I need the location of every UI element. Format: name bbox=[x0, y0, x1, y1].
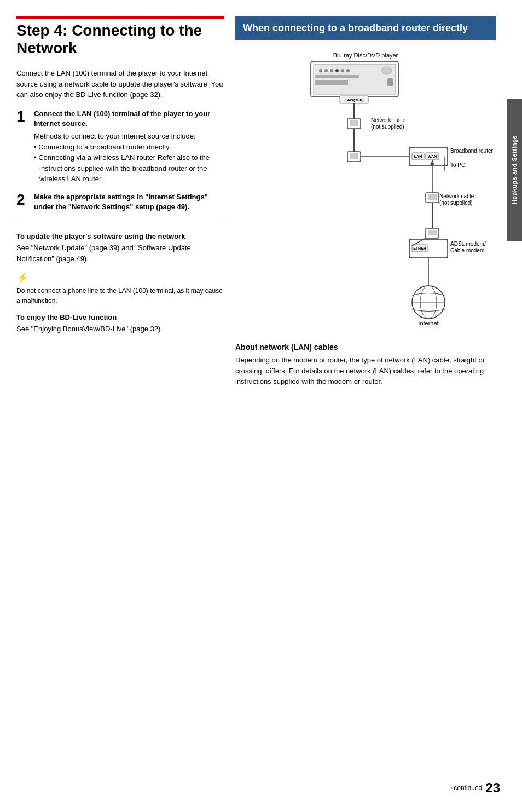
svg-text:(not supplied): (not supplied) bbox=[371, 124, 404, 130]
continued-arrow: →continued bbox=[447, 784, 482, 792]
intro-text: Connect the LAN (100) terminal of the pl… bbox=[16, 68, 224, 100]
svg-rect-12 bbox=[387, 78, 393, 86]
step-2-number: 2 bbox=[16, 192, 28, 214]
svg-text:ETHER: ETHER bbox=[413, 246, 426, 250]
right-header: When connecting to a broadband router di… bbox=[235, 16, 496, 40]
step-1-number: 1 bbox=[16, 109, 28, 185]
bdlive-text: See "Enjoying BonusView/BD-Live" (page 3… bbox=[16, 324, 224, 335]
step-1: 1 Connect the LAN (100) terminal of the … bbox=[16, 109, 224, 185]
step-2-content: Make the appropriate settings in "Intern… bbox=[34, 192, 224, 214]
page-container: Hookups and Settings Step 4: Connecting … bbox=[0, 0, 522, 812]
svg-text:Broadband router: Broadband router bbox=[450, 148, 494, 154]
step-1-title: Connect the LAN (100) terminal of the pl… bbox=[34, 109, 224, 129]
svg-text:ADSL modem/: ADSL modem/ bbox=[450, 241, 486, 247]
page-number-area: →continued 23 bbox=[447, 780, 500, 796]
svg-point-4 bbox=[324, 69, 328, 72]
network-diagram: Blu-ray Disc/DVD player bbox=[235, 48, 496, 332]
svg-rect-40 bbox=[428, 230, 437, 235]
svg-text:To PC: To PC bbox=[450, 162, 465, 168]
svg-point-7 bbox=[341, 69, 344, 72]
svg-rect-10 bbox=[315, 75, 359, 78]
svg-text:Internet: Internet bbox=[418, 320, 438, 326]
update-text: See "Network Update" (page 39) and "Soft… bbox=[16, 243, 224, 264]
bullet-2: Connecting via a wireless LAN router Ref… bbox=[34, 152, 224, 185]
step-2-title: Make the appropriate settings in "Intern… bbox=[34, 192, 224, 212]
right-column: When connecting to a broadband router di… bbox=[235, 16, 496, 779]
step-1-body: Methods to connect to your Internet sour… bbox=[34, 131, 224, 142]
svg-text:(not supplied): (not supplied) bbox=[439, 200, 473, 206]
main-content: Step 4: Connecting to the Network Connec… bbox=[0, 0, 507, 812]
svg-rect-11 bbox=[315, 80, 348, 85]
svg-rect-9 bbox=[382, 67, 392, 74]
svg-text:Blu-ray Disc/DVD player: Blu-ray Disc/DVD player bbox=[333, 52, 398, 59]
svg-text:LAN(100): LAN(100) bbox=[344, 97, 363, 102]
svg-point-3 bbox=[319, 69, 322, 72]
svg-point-6 bbox=[335, 69, 339, 72]
update-heading: To update the player's software using th… bbox=[16, 232, 224, 240]
svg-text:WAN: WAN bbox=[428, 154, 437, 158]
step-1-bullets: Connecting to a broadband router directl… bbox=[34, 142, 224, 185]
step-2: 2 Make the appropriate settings in "Inte… bbox=[16, 192, 224, 214]
svg-text:Cable modem: Cable modem bbox=[450, 247, 484, 254]
svg-text:LAN: LAN bbox=[414, 154, 422, 158]
left-column: Step 4: Connecting to the Network Connec… bbox=[16, 16, 224, 779]
about-text: Depending on the modem or router, the ty… bbox=[235, 355, 496, 387]
step-1-content: Connect the LAN (100) terminal of the pl… bbox=[34, 109, 224, 185]
side-tab-label: Hookups and Settings bbox=[511, 135, 518, 204]
side-tab: Hookups and Settings bbox=[507, 99, 522, 241]
about-heading: About network (LAN) cables bbox=[235, 343, 496, 352]
diagram-area: Blu-ray Disc/DVD player bbox=[235, 48, 496, 334]
svg-rect-17 bbox=[350, 120, 358, 126]
svg-rect-37 bbox=[428, 194, 437, 200]
svg-point-5 bbox=[330, 69, 333, 72]
svg-point-8 bbox=[346, 69, 350, 72]
page-title: Step 4: Connecting to the Network bbox=[16, 16, 224, 59]
warning-text: Do not connect a phone line to the LAN (… bbox=[16, 286, 224, 306]
svg-text:Network cable: Network cable bbox=[371, 117, 406, 123]
divider-1 bbox=[16, 223, 224, 223]
bdlive-heading: To enjoy the BD-Live function bbox=[16, 313, 224, 321]
svg-text:Network cable: Network cable bbox=[439, 193, 474, 199]
warning-icon: ⚡ bbox=[16, 272, 224, 284]
bullet-1: Connecting to a broadband router directl… bbox=[34, 142, 224, 153]
page-number: 23 bbox=[485, 780, 500, 796]
svg-rect-22 bbox=[350, 153, 358, 159]
